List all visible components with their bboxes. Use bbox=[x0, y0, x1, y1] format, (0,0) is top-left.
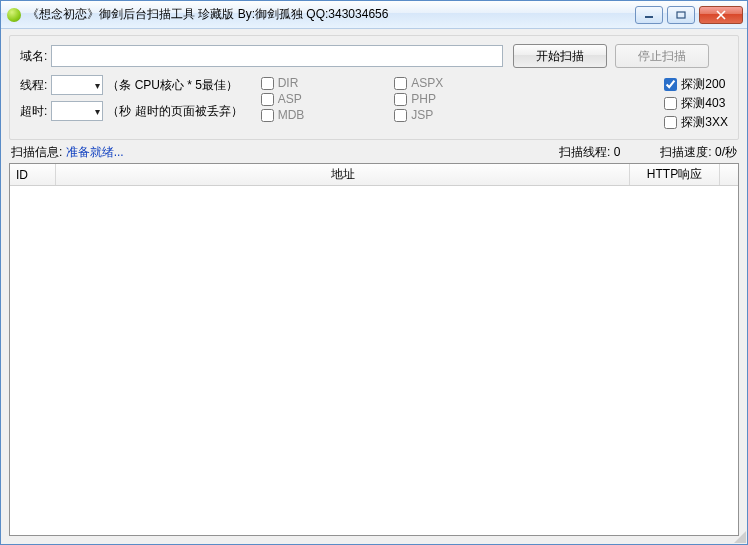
timeout-label: 超时: bbox=[20, 103, 47, 120]
client-area: 域名: 开始扫描 停止扫描 线程: ▾ （条 CPU核心 * 5最佳） 超时: … bbox=[1, 29, 747, 544]
col-id[interactable]: ID bbox=[10, 164, 56, 185]
threads-combo[interactable]: ▾ bbox=[51, 75, 103, 95]
maximize-icon bbox=[676, 11, 686, 19]
check-aspx[interactable]: ASPX bbox=[394, 76, 443, 90]
minimize-icon bbox=[644, 11, 654, 19]
app-window: 《想念初恋》御剑后台扫描工具 珍藏版 By:御剑孤独 QQ:343034656 … bbox=[0, 0, 748, 545]
chevron-down-icon: ▾ bbox=[95, 106, 100, 117]
table-header: ID 地址 HTTP响应 bbox=[10, 164, 738, 186]
check-asp[interactable]: ASP bbox=[261, 92, 305, 106]
titlebar[interactable]: 《想念初恋》御剑后台扫描工具 珍藏版 By:御剑孤独 QQ:343034656 bbox=[1, 1, 747, 29]
check-jsp-box[interactable] bbox=[394, 109, 407, 122]
check-dir[interactable]: DIR bbox=[261, 76, 305, 90]
filetype-checks: DIR ASP MDB ASPX PHP JSP bbox=[261, 74, 444, 122]
status-info: 扫描信息: 准备就绪... bbox=[11, 144, 124, 161]
maximize-button[interactable] bbox=[667, 6, 695, 24]
threads-label: 线程: bbox=[20, 77, 47, 94]
check-probe-403[interactable]: 探测403 bbox=[664, 95, 728, 112]
check-mdb-box[interactable] bbox=[261, 109, 274, 122]
window-controls bbox=[635, 6, 743, 24]
results-table: ID 地址 HTTP响应 bbox=[9, 163, 739, 536]
col-scroll-gutter bbox=[720, 164, 738, 185]
window-title: 《想念初恋》御剑后台扫描工具 珍藏版 By:御剑孤独 QQ:343034656 bbox=[27, 6, 388, 23]
app-icon bbox=[7, 8, 21, 22]
start-scan-button[interactable]: 开始扫描 bbox=[513, 44, 607, 68]
check-php[interactable]: PHP bbox=[394, 92, 443, 106]
col-address[interactable]: 地址 bbox=[56, 164, 630, 185]
status-bar: 扫描信息: 准备就绪... 扫描线程: 0 扫描速度: 0/秒 bbox=[9, 140, 739, 163]
check-probe-200[interactable]: 探测200 bbox=[664, 76, 728, 93]
table-body[interactable] bbox=[10, 186, 738, 535]
svg-rect-1 bbox=[677, 12, 685, 18]
check-jsp[interactable]: JSP bbox=[394, 108, 443, 122]
minimize-button[interactable] bbox=[635, 6, 663, 24]
col-http-response[interactable]: HTTP响应 bbox=[630, 164, 720, 185]
domain-label: 域名: bbox=[20, 48, 47, 65]
check-php-box[interactable] bbox=[394, 93, 407, 106]
probe-checks: 探测200 探测403 探测3XX bbox=[664, 74, 728, 131]
close-icon bbox=[715, 10, 727, 20]
check-probe-3xx[interactable]: 探测3XX bbox=[664, 114, 728, 131]
status-speed: 扫描速度: 0/秒 bbox=[660, 144, 737, 161]
check-probe-3xx-box[interactable] bbox=[664, 116, 677, 129]
domain-input[interactable] bbox=[51, 45, 503, 67]
status-threads: 扫描线程: 0 bbox=[559, 144, 620, 161]
timeout-combo[interactable]: ▾ bbox=[51, 101, 103, 121]
chevron-down-icon: ▾ bbox=[95, 80, 100, 91]
close-button[interactable] bbox=[699, 6, 743, 24]
stop-scan-button[interactable]: 停止扫描 bbox=[615, 44, 709, 68]
check-aspx-box[interactable] bbox=[394, 77, 407, 90]
check-probe-403-box[interactable] bbox=[664, 97, 677, 110]
timeout-hint: （秒 超时的页面被丢弃） bbox=[107, 103, 242, 120]
resize-grip[interactable] bbox=[732, 529, 746, 543]
config-panel: 域名: 开始扫描 停止扫描 线程: ▾ （条 CPU核心 * 5最佳） 超时: … bbox=[9, 35, 739, 140]
check-asp-box[interactable] bbox=[261, 93, 274, 106]
status-ready-text: 准备就绪... bbox=[66, 145, 124, 159]
check-mdb[interactable]: MDB bbox=[261, 108, 305, 122]
threads-hint: （条 CPU核心 * 5最佳） bbox=[107, 77, 238, 94]
check-dir-box[interactable] bbox=[261, 77, 274, 90]
check-probe-200-box[interactable] bbox=[664, 78, 677, 91]
